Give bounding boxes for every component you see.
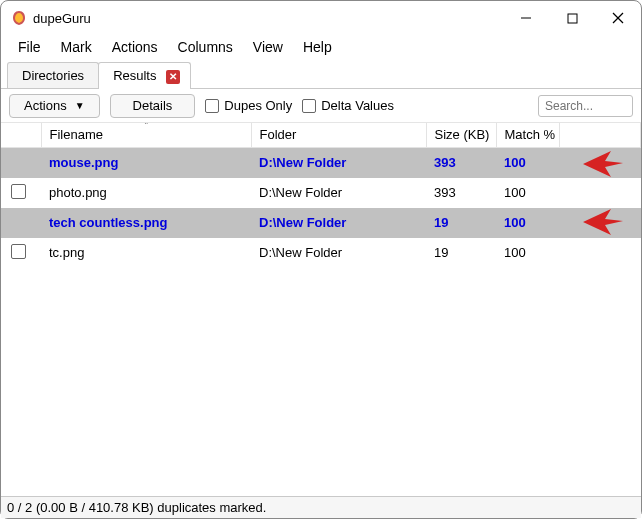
cell-match: 100 — [496, 178, 559, 208]
column-match-label: Match % — [505, 127, 556, 142]
row-checkbox[interactable] — [11, 184, 26, 199]
table-row[interactable]: tech countless.png D:\New Folder 19 100 — [1, 208, 641, 238]
status-text: 0 / 2 (0.00 B / 410.78 KB) duplicates ma… — [7, 500, 266, 515]
dupes-only-label: Dupes Only — [224, 98, 292, 113]
column-folder[interactable]: Folder — [251, 123, 426, 147]
window-title: dupeGuru — [33, 11, 91, 26]
tab-row: Directories Results ✕ — [1, 59, 641, 89]
cell-filename: mouse.png — [41, 147, 251, 178]
menu-view[interactable]: View — [244, 37, 292, 57]
tab-directories[interactable]: Directories — [7, 62, 99, 88]
column-match[interactable]: Match % — [496, 123, 559, 147]
menu-actions[interactable]: Actions — [103, 37, 167, 57]
results-table: Filename ˄ Folder Size (KB) Match % — [1, 123, 641, 268]
menubar: File Mark Actions Columns View Help — [1, 35, 641, 59]
dupes-only-checkbox[interactable]: Dupes Only — [205, 98, 292, 113]
toolbar: Actions ▼ Details Dupes Only Delta Value… — [1, 89, 641, 123]
results-table-wrap: Filename ˄ Folder Size (KB) Match % — [1, 123, 641, 496]
search-input[interactable] — [538, 95, 633, 117]
delta-values-checkbox[interactable]: Delta Values — [302, 98, 394, 113]
row-checkbox[interactable] — [11, 244, 26, 259]
delta-values-label: Delta Values — [321, 98, 394, 113]
maximize-button[interactable] — [549, 1, 595, 35]
cell-size: 393 — [426, 178, 496, 208]
window-controls — [503, 1, 641, 35]
table-row[interactable]: tc.png D:\New Folder 19 100 — [1, 238, 641, 268]
cell-size: 393 — [426, 147, 496, 178]
table-row[interactable]: photo.png D:\New Folder 393 100 — [1, 178, 641, 208]
menu-columns[interactable]: Columns — [169, 37, 242, 57]
column-folder-label: Folder — [260, 127, 297, 142]
details-label: Details — [133, 98, 173, 113]
cell-folder: D:\New Folder — [251, 147, 426, 178]
checkbox-box — [205, 99, 219, 113]
cell-size: 19 — [426, 238, 496, 268]
column-blank[interactable] — [559, 123, 641, 147]
app-icon — [11, 10, 27, 26]
column-filename[interactable]: Filename ˄ — [41, 123, 251, 147]
cell-match: 100 — [496, 208, 559, 238]
column-mark[interactable] — [1, 123, 41, 147]
svg-rect-1 — [568, 14, 577, 23]
cell-folder: D:\New Folder — [251, 208, 426, 238]
menu-file[interactable]: File — [9, 37, 50, 57]
actions-label: Actions — [24, 98, 67, 113]
cell-filename: tc.png — [41, 238, 251, 268]
sort-indicator-icon: ˄ — [144, 123, 149, 131]
cell-match: 100 — [496, 238, 559, 268]
column-size-label: Size (KB) — [435, 127, 490, 142]
cell-folder: D:\New Folder — [251, 238, 426, 268]
table-header-row: Filename ˄ Folder Size (KB) Match % — [1, 123, 641, 147]
tab-directories-label: Directories — [22, 68, 84, 83]
menu-help[interactable]: Help — [294, 37, 341, 57]
column-size[interactable]: Size (KB) — [426, 123, 496, 147]
minimize-button[interactable] — [503, 1, 549, 35]
statusbar: 0 / 2 (0.00 B / 410.78 KB) duplicates ma… — [1, 496, 641, 518]
cell-match: 100 — [496, 147, 559, 178]
titlebar: dupeGuru — [1, 1, 641, 35]
details-button[interactable]: Details — [110, 94, 196, 118]
menu-mark[interactable]: Mark — [52, 37, 101, 57]
actions-dropdown[interactable]: Actions ▼ — [9, 94, 100, 118]
tab-results-label: Results — [113, 68, 156, 83]
column-filename-label: Filename — [50, 127, 103, 142]
checkbox-box — [302, 99, 316, 113]
chevron-down-icon: ▼ — [75, 100, 85, 111]
app-window: dupeGuru File Mark Actions Columns View … — [0, 0, 642, 519]
cell-filename: tech countless.png — [41, 208, 251, 238]
close-button[interactable] — [595, 1, 641, 35]
tab-results[interactable]: Results ✕ — [98, 62, 191, 89]
cell-size: 19 — [426, 208, 496, 238]
cell-folder: D:\New Folder — [251, 178, 426, 208]
close-tab-icon[interactable]: ✕ — [166, 70, 180, 84]
cell-filename: photo.png — [41, 178, 251, 208]
table-row[interactable]: mouse.png D:\New Folder 393 100 — [1, 147, 641, 178]
